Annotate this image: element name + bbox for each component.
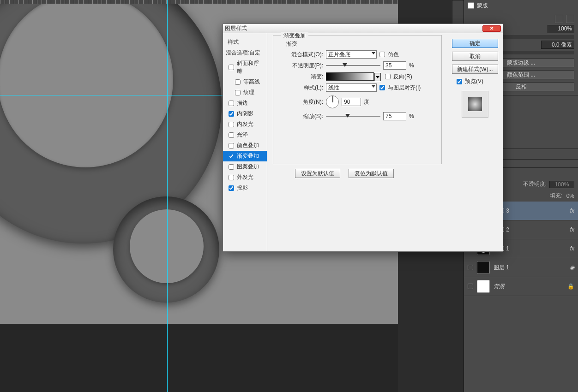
style-checkbox[interactable] xyxy=(235,79,241,85)
styles-list: 样式 混合选项:自定 斜面和浮雕等高线纹理描边内阴影内发光光泽颜色叠加渐变叠加图… xyxy=(223,33,267,251)
style-checkbox[interactable] xyxy=(229,175,234,180)
layer-row[interactable]: 图层 1◉ xyxy=(464,258,578,277)
style-item-4[interactable]: 内阴影 xyxy=(223,108,267,119)
sub-legend: 渐变 xyxy=(286,40,297,48)
feather-value: 0.0 像素 xyxy=(552,42,572,48)
blending-options-item[interactable]: 混合选项:自定 xyxy=(223,48,267,58)
smart-object-icon: ◉ xyxy=(570,264,574,271)
angle-input[interactable]: 90 xyxy=(342,98,361,106)
gradient-label: 渐变: xyxy=(287,73,323,81)
opacity-unit: % xyxy=(409,62,414,69)
angle-dial[interactable] xyxy=(326,95,339,108)
style-checkbox[interactable] xyxy=(229,111,234,117)
fx-badge[interactable]: fx xyxy=(570,226,574,233)
blend-mode-select[interactable]: 正片叠底 xyxy=(326,50,377,59)
blend-mode-value: 正片叠底 xyxy=(328,51,350,59)
layer-fill-select[interactable]: 0% xyxy=(566,193,574,199)
density-value: 100% xyxy=(558,25,572,32)
preview-checkbox[interactable] xyxy=(457,79,462,84)
reverse-label: 反向(R) xyxy=(393,73,412,81)
density-input[interactable]: 100% xyxy=(548,25,574,33)
style-checkbox[interactable] xyxy=(229,154,234,159)
dialog-title: 图层样式 xyxy=(225,24,247,32)
cancel-button[interactable]: 取消 xyxy=(452,52,498,61)
reverse-checkbox[interactable] xyxy=(385,74,391,79)
style-checkbox[interactable] xyxy=(229,143,234,148)
fx-badge[interactable]: fx xyxy=(570,208,574,214)
scale-slider[interactable] xyxy=(326,113,380,119)
layer-fill-value: 0% xyxy=(566,193,574,199)
gradient-overlay-settings: 渐变叠加 渐变 混合模式(O): 正片叠底 仿色 不透明度(P): 35 % 渐… xyxy=(267,33,447,251)
style-item-label: 内阴影 xyxy=(237,110,253,118)
close-icon[interactable]: ✕ xyxy=(482,25,501,32)
style-item-label: 光泽 xyxy=(237,131,248,139)
gradient-picker[interactable] xyxy=(326,72,374,81)
fx-badge[interactable]: fx xyxy=(570,245,574,252)
align-with-layer-checkbox[interactable] xyxy=(379,85,385,90)
chevron-down-icon xyxy=(372,52,375,54)
style-item-label: 纹理 xyxy=(243,89,254,96)
masks-panel-title: 蒙版 xyxy=(477,2,488,10)
guide-vertical[interactable] xyxy=(167,0,168,392)
pixel-mask-icon[interactable] xyxy=(555,15,563,23)
angle-label: 角度(N): xyxy=(287,98,323,106)
layer-row[interactable]: 背景🔒 xyxy=(464,277,578,296)
visibility-icon[interactable] xyxy=(468,284,473,289)
new-style-button[interactable]: 新建样式(W)... xyxy=(452,65,498,74)
layer-name[interactable]: 背景 xyxy=(494,283,505,291)
dither-checkbox[interactable] xyxy=(379,52,385,57)
preview-label: 预览(V) xyxy=(465,77,483,85)
style-item-0[interactable]: 斜面和浮雕 xyxy=(223,58,267,77)
chevron-down-icon xyxy=(372,85,375,88)
gradient-dropdown[interactable] xyxy=(374,73,381,81)
style-item-7[interactable]: 颜色叠加 xyxy=(223,140,267,151)
angle-unit: 度 xyxy=(364,98,369,106)
style-item-label: 颜色叠加 xyxy=(237,142,259,149)
style-value: 线性 xyxy=(328,84,339,92)
scale-input[interactable]: 75 xyxy=(383,112,406,120)
opacity-slider[interactable] xyxy=(326,62,380,69)
feather-input[interactable]: 0.0 像素 xyxy=(541,41,574,49)
gradient-style-select[interactable]: 线性 xyxy=(326,83,377,92)
style-checkbox[interactable] xyxy=(229,164,234,170)
style-checkbox[interactable] xyxy=(229,101,234,106)
style-item-6[interactable]: 光泽 xyxy=(223,130,267,140)
dialog-titlebar[interactable]: 图层样式 ✕ xyxy=(223,24,503,33)
style-item-label: 内发光 xyxy=(237,120,253,128)
style-item-label: 图案叠加 xyxy=(237,163,259,171)
style-item-label: 外发光 xyxy=(237,173,253,181)
style-item-3[interactable]: 描边 xyxy=(223,98,267,108)
layer-thumbnail[interactable] xyxy=(477,280,490,293)
style-checkbox[interactable] xyxy=(229,132,234,138)
scale-unit: % xyxy=(409,113,414,119)
opacity-input[interactable]: 35 xyxy=(383,61,406,70)
style-item-2[interactable]: 纹理 xyxy=(223,87,267,98)
make-default-button[interactable]: 设置为默认值 xyxy=(295,169,340,178)
style-item-label: 渐变叠加 xyxy=(237,152,259,160)
dither-label: 仿色 xyxy=(388,51,399,59)
mask-icon xyxy=(468,2,474,9)
ruler-horizontal xyxy=(0,0,398,4)
style-item-10[interactable]: 外发光 xyxy=(223,172,267,183)
vector-mask-icon[interactable] xyxy=(566,15,574,23)
style-item-5[interactable]: 内发光 xyxy=(223,119,267,130)
style-checkbox[interactable] xyxy=(229,122,234,127)
style-item-1[interactable]: 等高线 xyxy=(223,77,267,87)
style-checkbox[interactable] xyxy=(235,90,241,95)
ok-button[interactable]: 确定 xyxy=(452,39,498,48)
style-item-8[interactable]: 渐变叠加 xyxy=(223,151,267,161)
style-item-11[interactable]: 投影 xyxy=(223,183,267,193)
layer-opacity-select[interactable]: 100% xyxy=(549,181,574,188)
layer-fill-label: 填充: xyxy=(550,192,562,200)
style-checkbox[interactable] xyxy=(229,65,234,70)
layer-style-dialog: 图层样式 ✕ 样式 混合选项:自定 斜面和浮雕等高线纹理描边内阴影内发光光泽颜色… xyxy=(223,24,503,252)
scale-value: 75 xyxy=(385,113,391,119)
reset-default-button[interactable]: 复位为默认值 xyxy=(349,169,394,178)
layer-thumbnail[interactable] xyxy=(477,261,490,274)
style-item-9[interactable]: 图案叠加 xyxy=(223,161,267,172)
styles-header[interactable]: 样式 xyxy=(223,37,267,48)
style-checkbox[interactable] xyxy=(229,185,234,191)
scale-label: 缩放(S): xyxy=(287,113,323,120)
layer-name[interactable]: 图层 1 xyxy=(494,264,509,272)
visibility-icon[interactable] xyxy=(468,265,473,270)
